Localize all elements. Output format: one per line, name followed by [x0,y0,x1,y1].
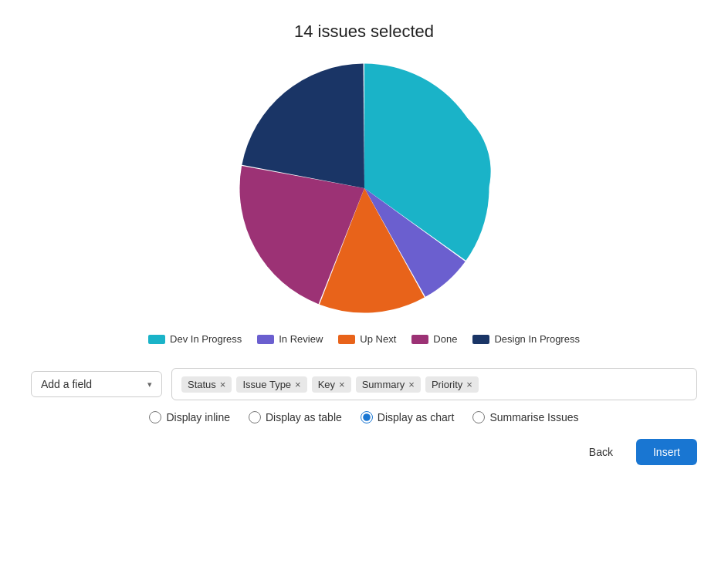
tag-label: Summary [362,379,405,390]
radio-option-inline[interactable]: Display inline [149,411,229,423]
legend-item: Design In Progress [472,333,580,345]
pie-chart [233,57,496,319]
tag-label: Issue Type [242,379,291,390]
legend-item: Done [411,333,457,345]
tag-remove-icon[interactable]: × [339,380,345,390]
legend-swatch [257,335,274,344]
radio-option-chart[interactable]: Display as chart [361,411,455,423]
field-row: Add a field ▾ Status×Issue Type×Key×Summ… [31,368,697,400]
legend-swatch [472,335,489,344]
legend-swatch [338,335,355,344]
radio-label: Display as table [266,411,342,423]
display-options: Display inlineDisplay as tableDisplay as… [31,411,697,423]
tag-label: Status [188,379,216,390]
legend-item: Up Next [338,333,396,345]
tag-label: Key [318,379,335,390]
legend-label: Dev In Progress [170,333,242,345]
chart-area: Dev In ProgressIn ReviewUp NextDoneDesig… [31,57,697,345]
radio-input-inline[interactable] [149,411,161,423]
legend-item: Dev In Progress [148,333,242,345]
tag-priority: Priority× [425,376,479,393]
legend-label: Design In Progress [494,333,580,345]
tag-summary: Summary× [356,376,421,393]
radio-label: Summarise Issues [489,411,578,423]
tag-key: Key× [312,376,351,393]
tag-label: Priority [432,379,462,390]
legend-swatch [148,335,165,344]
legend-item: In Review [257,333,323,345]
tag-remove-icon[interactable]: × [295,380,301,390]
chart-legend: Dev In ProgressIn ReviewUp NextDoneDesig… [148,333,580,345]
radio-option-summarise[interactable]: Summarise Issues [472,411,578,423]
radio-input-table[interactable] [249,411,261,423]
radio-label: Display as chart [378,411,455,423]
radio-input-summarise[interactable] [472,411,485,423]
radio-option-table[interactable]: Display as table [249,411,342,423]
insert-button[interactable]: Insert [636,439,697,465]
add-field-label: Add a field [41,378,92,390]
radio-label: Display inline [166,411,229,423]
tags-field: Status×Issue Type×Key×Summary×Priority× [171,368,697,400]
tag-remove-icon[interactable]: × [408,380,415,390]
radio-input-chart[interactable] [361,411,373,423]
legend-label: Done [433,333,457,345]
legend-swatch [411,335,428,344]
tag-status: Status× [181,376,232,393]
page-title: 14 issues selected [294,22,434,42]
legend-label: Up Next [360,333,396,345]
legend-label: In Review [279,333,323,345]
back-button[interactable]: Back [574,439,628,465]
add-field-button[interactable]: Add a field ▾ [31,371,162,397]
tag-issue-type: Issue Type× [236,376,306,393]
tag-remove-icon[interactable]: × [466,380,472,390]
button-row: Back Insert [31,439,697,465]
bottom-section: Add a field ▾ Status×Issue Type×Key×Summ… [31,368,697,465]
chevron-down-icon: ▾ [147,380,152,390]
tag-remove-icon[interactable]: × [220,380,226,390]
